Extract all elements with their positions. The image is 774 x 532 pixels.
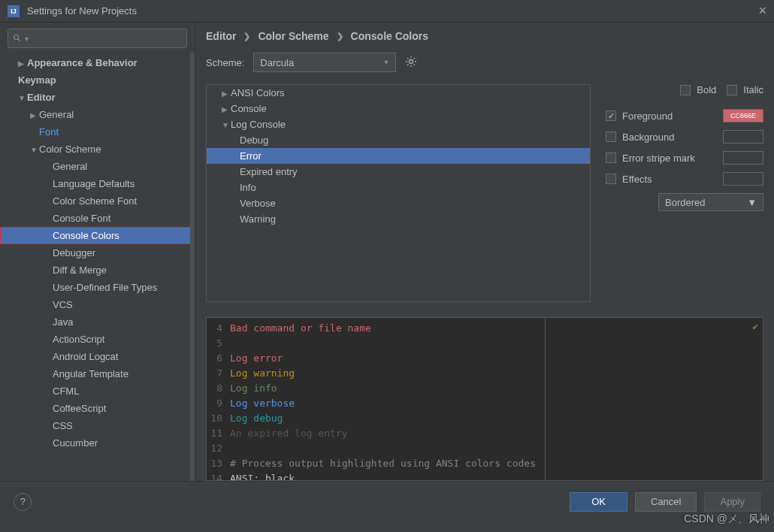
sidebar-item-general[interactable]: General bbox=[0, 158, 195, 175]
sidebar-item-java[interactable]: Java bbox=[0, 313, 195, 331]
preview-line: An expired log entry bbox=[230, 426, 545, 441]
effects-label: Effects bbox=[622, 174, 652, 185]
sidebar-item-console-colors[interactable]: Console Colors bbox=[0, 227, 195, 244]
preview-line: Log debug bbox=[230, 411, 545, 426]
svg-line-1 bbox=[18, 39, 20, 41]
attribute-options: Bold Italic Foreground CC666E Background… bbox=[606, 84, 763, 302]
preview-line: Bad command or file name bbox=[230, 321, 545, 336]
foreground-checkbox[interactable] bbox=[606, 110, 616, 121]
sidebar-item-vcs[interactable]: VCS bbox=[0, 296, 195, 313]
colortree-item-info[interactable]: Info bbox=[207, 180, 590, 195]
sidebar-item-label: Android Logcat bbox=[53, 351, 118, 362]
italic-label: Italic bbox=[743, 84, 763, 95]
cancel-button[interactable]: Cancel bbox=[635, 492, 697, 512]
colortree-item-label: Verbose bbox=[240, 198, 276, 209]
chevron-right-icon bbox=[30, 111, 36, 119]
preview-line bbox=[230, 336, 545, 351]
sidebar-item-editor[interactable]: Editor bbox=[0, 89, 195, 106]
ok-button[interactable]: OK bbox=[570, 492, 627, 512]
chevron-down-icon bbox=[222, 121, 228, 129]
sidebar-item-label: Language Defaults bbox=[53, 178, 135, 189]
sidebar-item-color-scheme-font[interactable]: Color Scheme Font bbox=[0, 192, 195, 210]
gear-icon[interactable] bbox=[405, 56, 417, 70]
sidebar-item-label: User-Defined File Types bbox=[53, 282, 157, 293]
colortree-item-warning[interactable]: Warning bbox=[207, 211, 590, 227]
sidebar-item-diff-merge[interactable]: Diff & Merge bbox=[0, 261, 195, 279]
stripe-checkbox[interactable] bbox=[606, 153, 616, 163]
scheme-select[interactable]: Darcula ▼ bbox=[253, 53, 396, 72]
foreground-swatch[interactable]: CC666E bbox=[723, 109, 763, 122]
colortree-item-label: Warning bbox=[240, 213, 276, 225]
italic-checkbox[interactable] bbox=[727, 85, 737, 95]
scrollbar[interactable] bbox=[190, 53, 195, 481]
chevron-down-icon: ▼ bbox=[382, 59, 389, 66]
background-checkbox[interactable] bbox=[606, 131, 616, 142]
chevron-right-icon: ❯ bbox=[243, 32, 250, 41]
breadcrumb-consolecolors: Console Colors bbox=[351, 30, 428, 42]
sidebar-item-cucumber[interactable]: Cucumber bbox=[0, 434, 195, 452]
sidebar-item-label: Diff & Merge bbox=[53, 264, 107, 276]
line-gutter: 4567891011121314 bbox=[207, 318, 225, 480]
sidebar-item-label: Appearance & Behavior bbox=[27, 57, 138, 68]
sidebar-item-angular-template[interactable]: Angular Template bbox=[0, 365, 195, 382]
colortree-item-verbose[interactable]: Verbose bbox=[207, 195, 590, 211]
chevron-right-icon bbox=[18, 59, 24, 68]
stripe-label: Error stripe mark bbox=[622, 153, 695, 164]
sidebar-item-font[interactable]: Font bbox=[0, 123, 195, 141]
preview-line: Log warning bbox=[230, 366, 545, 381]
bold-checkbox[interactable] bbox=[680, 85, 691, 95]
effects-checkbox[interactable] bbox=[606, 174, 616, 184]
stripe-swatch[interactable] bbox=[723, 151, 763, 165]
search-input[interactable]: ▾ bbox=[8, 29, 187, 48]
breadcrumb-editor[interactable]: Editor bbox=[206, 30, 236, 42]
colortree-item-label: Info bbox=[240, 182, 256, 193]
colortree-item-debug[interactable]: Debug bbox=[207, 132, 590, 148]
close-icon[interactable]: × bbox=[758, 3, 766, 19]
sidebar-item-console-font[interactable]: Console Font bbox=[0, 210, 195, 227]
background-swatch[interactable] bbox=[723, 130, 763, 144]
sidebar-item-label: Debugger bbox=[53, 247, 95, 258]
settings-tree: Appearance & BehaviorKeymapEditorGeneral… bbox=[0, 54, 195, 476]
sidebar-item-android-logcat[interactable]: Android Logcat bbox=[0, 348, 195, 365]
colortree-item-expired-entry[interactable]: Expired entry bbox=[207, 164, 590, 180]
bold-label: Bold bbox=[697, 84, 716, 95]
app-logo-icon: IJ bbox=[8, 5, 20, 17]
sidebar-item-label: Java bbox=[53, 316, 73, 328]
colortree-item-log-console[interactable]: Log Console bbox=[207, 116, 590, 132]
search-icon bbox=[13, 34, 22, 43]
sidebar-item-actionscript[interactable]: ActionScript bbox=[0, 331, 195, 348]
sidebar-item-cfml[interactable]: CFML bbox=[0, 382, 195, 400]
sidebar-item-appearance-behavior[interactable]: Appearance & Behavior bbox=[0, 54, 195, 71]
sidebar-item-keymap[interactable]: Keymap bbox=[0, 71, 195, 89]
sidebar-item-label: Editor bbox=[27, 92, 56, 103]
preview-panel: 4567891011121314 Bad command or file nam… bbox=[206, 317, 763, 481]
chevron-right-icon: ❯ bbox=[337, 32, 343, 41]
scheme-value: Darcula bbox=[260, 57, 294, 68]
colortree-item-label: Error bbox=[240, 150, 262, 162]
sidebar-item-label: Color Scheme bbox=[39, 144, 101, 155]
sidebar-item-debugger[interactable]: Debugger bbox=[0, 244, 195, 261]
help-button[interactable]: ? bbox=[14, 493, 32, 511]
chevron-down-icon bbox=[30, 146, 36, 154]
sidebar-item-css[interactable]: CSS bbox=[0, 417, 195, 434]
breadcrumb-colorscheme[interactable]: Color Scheme bbox=[258, 30, 328, 42]
sidebar-item-coffeescript[interactable]: CoffeeScript bbox=[0, 400, 195, 417]
chevron-down-icon: ▼ bbox=[747, 197, 757, 208]
sidebar-item-general[interactable]: General bbox=[0, 106, 195, 123]
colortree-item-console[interactable]: Console bbox=[207, 101, 590, 116]
settings-sidebar: ▾ Appearance & BehaviorKeymapEditorGener… bbox=[0, 23, 195, 481]
sidebar-item-user-defined-file-types[interactable]: User-Defined File Types bbox=[0, 279, 195, 296]
effects-type-select[interactable]: Bordered ▼ bbox=[658, 193, 763, 211]
sidebar-item-language-defaults[interactable]: Language Defaults bbox=[0, 175, 195, 192]
colortree-item-ansi-colors[interactable]: ANSI Colors bbox=[207, 85, 590, 101]
sidebar-item-label: CSS bbox=[53, 420, 73, 431]
svg-point-2 bbox=[410, 59, 413, 63]
apply-button[interactable]: Apply bbox=[704, 492, 760, 512]
watermark: CSDN @メ、风神 bbox=[684, 512, 769, 526]
content-panel: Editor ❯ Color Scheme ❯ Console Colors S… bbox=[195, 23, 774, 481]
preview-code: Bad command or file name Log errorLog wa… bbox=[225, 318, 545, 480]
sidebar-item-color-scheme[interactable]: Color Scheme bbox=[0, 141, 195, 158]
effects-swatch[interactable] bbox=[723, 172, 763, 186]
chevron-right-icon bbox=[222, 89, 228, 98]
colortree-item-error[interactable]: Error bbox=[207, 148, 590, 164]
